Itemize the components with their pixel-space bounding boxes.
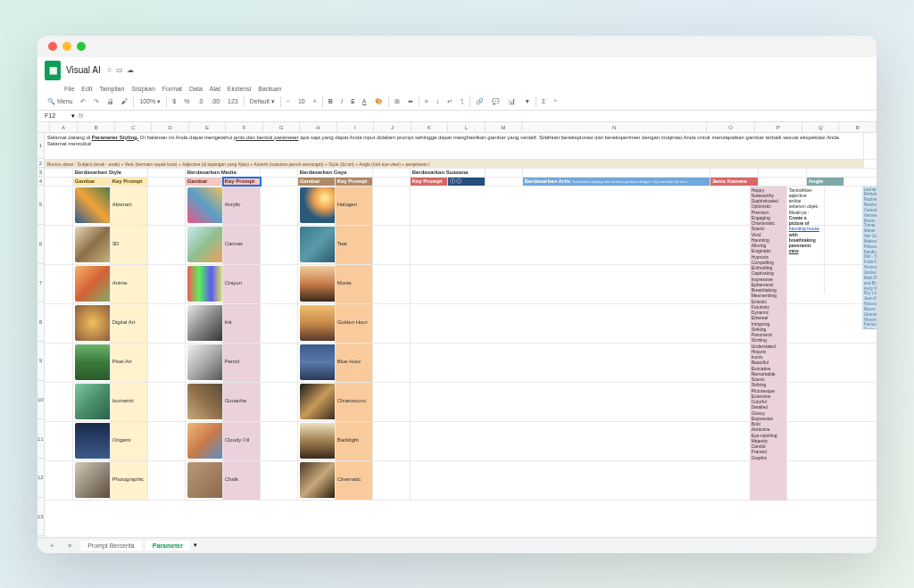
spreadsheet-grid[interactable]: A B C D E F G H I J K L M N O P Q R 1 2 … bbox=[37, 122, 877, 537]
cell[interactable] bbox=[45, 265, 73, 303]
borders-icon[interactable]: ⊞ bbox=[392, 96, 403, 107]
menu-edit[interactable]: Edit bbox=[81, 86, 92, 92]
col-header[interactable]: Q bbox=[802, 122, 839, 132]
media-label[interactable]: Cloudy Oil bbox=[223, 422, 261, 460]
zoom-dropdown[interactable]: 100% ▾ bbox=[137, 96, 163, 107]
cell[interactable] bbox=[261, 344, 298, 382]
col-header[interactable]: P bbox=[755, 122, 802, 132]
artist-list[interactable]: Leonardo da Vinci - Renaisans: POV meluk… bbox=[862, 186, 877, 329]
lighting-label[interactable]: Golden Hour bbox=[336, 304, 373, 343]
row-header[interactable]: 13 bbox=[37, 498, 44, 537]
cell[interactable] bbox=[261, 461, 298, 500]
cell[interactable] bbox=[261, 265, 298, 303]
lighting-thumbnail[interactable] bbox=[298, 226, 336, 264]
font-family-dropdown[interactable]: Default ▾ bbox=[247, 96, 278, 107]
media-label[interactable]: Crayon bbox=[223, 265, 261, 303]
style-label[interactable]: Abstract bbox=[111, 186, 148, 225]
lighting-thumbnail[interactable] bbox=[298, 422, 336, 460]
lighting-label[interactable]: Chiaroscuro bbox=[336, 383, 373, 421]
bold-icon[interactable]: B bbox=[326, 96, 336, 106]
cell[interactable] bbox=[45, 226, 73, 264]
cell[interactable] bbox=[373, 265, 411, 303]
row-header[interactable]: 11 bbox=[37, 419, 44, 459]
section-media[interactable]: Berdasarkan Media Gambar bbox=[186, 169, 261, 177]
cell[interactable] bbox=[45, 422, 73, 460]
cell[interactable] bbox=[148, 186, 186, 225]
row-header[interactable]: 2 bbox=[37, 159, 44, 168]
section-mood[interactable]: Berdasarkan Suasana bbox=[411, 169, 486, 177]
col-header[interactable]: K bbox=[411, 122, 448, 132]
menu-insert[interactable]: Sisipkan bbox=[131, 86, 154, 92]
media-label[interactable]: Ink bbox=[223, 304, 261, 343]
minimize-icon[interactable] bbox=[62, 42, 71, 51]
cell[interactable] bbox=[373, 304, 411, 343]
document-title[interactable]: Visual AI bbox=[66, 65, 101, 75]
lighting-label[interactable]: Halogen bbox=[336, 186, 373, 225]
cell[interactable] bbox=[261, 178, 298, 186]
lighting-thumbnail[interactable] bbox=[298, 344, 336, 382]
vocab-list[interactable]: HappyNoteworthySophisticatedOptimisticPr… bbox=[750, 186, 787, 501]
col-header[interactable]: R bbox=[839, 122, 876, 132]
mood-note[interactable]: Tambahkan adjective terikat sebelum obje… bbox=[787, 186, 825, 294]
cell[interactable] bbox=[45, 169, 73, 177]
media-thumbnail[interactable] bbox=[186, 265, 223, 303]
lighting-label[interactable]: Cinematic bbox=[336, 461, 373, 500]
cell[interactable] bbox=[486, 169, 523, 177]
col-header[interactable]: A bbox=[50, 122, 79, 132]
comment-icon[interactable]: 💬 bbox=[489, 96, 503, 107]
cell[interactable] bbox=[148, 304, 186, 343]
more-formats-icon[interactable]: 123 bbox=[225, 96, 241, 106]
cell[interactable] bbox=[373, 461, 411, 500]
rotate-icon[interactable]: ⤵ bbox=[458, 96, 467, 106]
cell[interactable] bbox=[373, 178, 411, 186]
col-header[interactable]: H bbox=[300, 122, 337, 132]
subhdr-gambar[interactable]: Gambar bbox=[73, 178, 111, 186]
cell[interactable] bbox=[261, 422, 298, 460]
style-thumbnail[interactable] bbox=[73, 226, 111, 264]
cell[interactable] bbox=[148, 226, 186, 264]
menu-file[interactable]: File bbox=[64, 86, 74, 92]
strikethrough-icon[interactable]: S̶ bbox=[348, 96, 357, 107]
col-header[interactable]: M bbox=[486, 122, 522, 132]
menu-extensions[interactable]: Ekstensi bbox=[228, 86, 251, 92]
col-header[interactable]: G bbox=[263, 122, 300, 132]
star-icon[interactable]: ☆ bbox=[106, 66, 112, 74]
search-menu-icon[interactable]: 🔍 Menu bbox=[45, 96, 75, 107]
style-label[interactable]: Anime bbox=[111, 265, 148, 303]
style-label[interactable]: Pixel Art bbox=[111, 344, 148, 382]
menu-data[interactable]: Data bbox=[189, 86, 203, 92]
cell[interactable] bbox=[148, 265, 186, 303]
media-thumbnail[interactable] bbox=[186, 186, 223, 225]
cell-reference[interactable]: F12 bbox=[45, 112, 71, 119]
cell[interactable] bbox=[45, 186, 73, 225]
row-header[interactable]: 8 bbox=[37, 302, 44, 342]
cell[interactable]: ⓘ ⓘ bbox=[448, 178, 486, 186]
filter-icon[interactable]: ▼ bbox=[521, 96, 533, 106]
col-header[interactable]: N bbox=[522, 122, 707, 132]
cell[interactable] bbox=[486, 178, 523, 186]
move-icon[interactable]: ▭ bbox=[116, 66, 123, 74]
section-style[interactable]: Berdasarkan Style bbox=[73, 169, 148, 177]
chart-icon[interactable]: 📊 bbox=[505, 96, 519, 107]
currency-icon[interactable]: $ bbox=[170, 96, 179, 106]
col-header[interactable]: I bbox=[337, 122, 374, 132]
section-artist[interactable]: Berdasarkan Artis Tambahkan diujung atau… bbox=[523, 178, 710, 186]
lighting-thumbnail[interactable] bbox=[298, 186, 336, 225]
style-thumbnail[interactable] bbox=[73, 304, 111, 343]
style-thumbnail[interactable] bbox=[73, 461, 111, 500]
row-header[interactable]: 4 bbox=[37, 177, 44, 186]
cell[interactable] bbox=[45, 461, 73, 500]
subhdr-gambar[interactable]: Gambar bbox=[298, 178, 336, 186]
row-header[interactable]: 3 bbox=[37, 168, 44, 177]
style-thumbnail[interactable] bbox=[73, 265, 111, 303]
cell[interactable] bbox=[148, 169, 186, 177]
row-header[interactable]: 6 bbox=[37, 225, 44, 264]
cell[interactable] bbox=[261, 169, 298, 177]
dropdown-icon[interactable]: ▾ bbox=[71, 112, 75, 120]
col-header[interactable]: F bbox=[226, 122, 262, 132]
media-label[interactable]: Canvas bbox=[223, 226, 261, 264]
media-label[interactable]: Chalk bbox=[223, 461, 261, 500]
col-header[interactable]: L bbox=[448, 122, 485, 132]
toolbar-up-icon[interactable]: ^ bbox=[551, 96, 559, 106]
lighting-thumbnail[interactable] bbox=[298, 265, 336, 303]
